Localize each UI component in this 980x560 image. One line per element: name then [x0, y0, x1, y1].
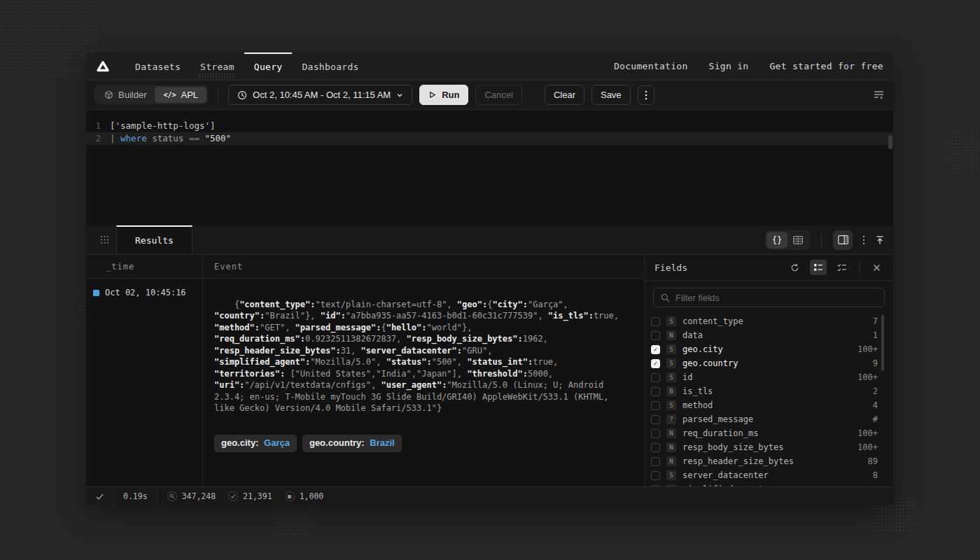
field-value-chip[interactable]: geo.country: Brazil: [302, 435, 402, 452]
table-icon: [793, 236, 803, 244]
field-checkbox[interactable]: ✓: [651, 429, 660, 438]
grouped-list-icon: [813, 263, 823, 272]
kebab-icon: [862, 235, 865, 245]
clear-button[interactable]: Clear: [545, 85, 584, 105]
status-counter: 347,248: [167, 491, 216, 501]
save-button[interactable]: Save: [592, 85, 631, 105]
field-row[interactable]: ✓ N resp_body_size_bytes 100+: [645, 440, 893, 454]
filter-fields-input[interactable]: [676, 293, 877, 303]
nav-tab-query[interactable]: Query: [244, 52, 293, 80]
field-type-badge: N: [666, 456, 676, 466]
nav-tabs: DatasetsStreamQueryDashboards: [125, 52, 369, 80]
table-view-button[interactable]: [788, 232, 808, 248]
close-fields-button[interactable]: [868, 260, 885, 275]
run-button[interactable]: Run: [419, 85, 468, 105]
field-checkbox[interactable]: ✓: [651, 443, 660, 452]
field-count: 100+: [858, 372, 878, 382]
field-row[interactable]: ✓ ? parsed_message #: [645, 412, 893, 426]
field-row[interactable]: ✓ S method 4: [645, 398, 893, 412]
cancel-button[interactable]: Cancel: [475, 85, 522, 105]
field-row[interactable]: ✓ S content_type 7: [645, 314, 893, 328]
field-row[interactable]: ✓ S server_datacenter 8: [645, 468, 893, 482]
time-range-label: Oct 2, 10:45 AM - Oct 2, 11:15 AM: [253, 90, 391, 100]
checklist-view-button[interactable]: [834, 260, 850, 275]
chevron-down-icon: [396, 92, 403, 99]
halftone-pattern: [944, 132, 980, 172]
search-icon: [661, 293, 670, 302]
axiom-logo-icon[interactable]: [96, 52, 110, 80]
nav-link[interactable]: Get started for free: [769, 61, 883, 71]
fields-list: ✓ S content_type 7 ✓ N data 1 ✓ S geo.ci…: [645, 314, 893, 486]
results-tab[interactable]: Results: [116, 225, 192, 254]
field-checkbox[interactable]: ✓: [651, 331, 660, 340]
field-type-badge: N: [666, 330, 676, 340]
nav-tab-dashboards[interactable]: Dashboards: [292, 52, 368, 80]
field-row[interactable]: ✓ B is_tls 2: [645, 384, 893, 398]
field-type-badge: S: [666, 358, 676, 368]
fields-scrollbar[interactable]: [881, 315, 884, 371]
event-json: {"content_type":"text/plain-charset=utf-…: [214, 300, 624, 414]
field-row[interactable]: ✓ S geo.city 100+: [645, 342, 893, 356]
halftone-pattern: [0, 0, 98, 77]
field-type-badge: S: [666, 316, 676, 326]
field-checkbox[interactable]: ✓: [651, 485, 660, 486]
field-type-badge: B: [666, 386, 676, 396]
kebab-icon: [645, 90, 648, 100]
field-checkbox[interactable]: ✓: [651, 359, 660, 368]
field-name: server_datacenter: [682, 470, 769, 480]
field-checkbox[interactable]: ✓: [651, 415, 660, 424]
results-table: _time Event Oct 02, 10:45:16 {"content_t…: [86, 255, 644, 486]
log-row-event[interactable]: {"content_type":"text/plain-charset=utf-…: [202, 279, 644, 485]
nav-tab-datasets[interactable]: Datasets: [125, 52, 190, 80]
log-row-time[interactable]: Oct 02, 10:45:16: [86, 279, 202, 485]
save-label: Save: [601, 90, 622, 100]
field-checkbox[interactable]: ✓: [651, 457, 660, 466]
field-checkbox[interactable]: ✓: [651, 471, 660, 480]
field-row[interactable]: ✓ S id 100+: [645, 370, 893, 384]
refresh-icon: [790, 263, 799, 272]
column-header-time[interactable]: _time: [86, 255, 202, 279]
field-name: data: [682, 330, 703, 340]
field-checkbox[interactable]: ✓: [651, 373, 660, 382]
nav-link[interactable]: Documentation: [614, 61, 688, 71]
json-view-button[interactable]: {}: [766, 232, 788, 248]
field-name: id: [682, 372, 692, 382]
builder-mode-button[interactable]: Builder: [96, 87, 155, 103]
field-checkbox[interactable]: ✓: [651, 387, 660, 396]
collapse-panel-button[interactable]: [875, 235, 885, 245]
apl-label: APL: [181, 90, 199, 100]
field-checkbox[interactable]: ✓: [651, 345, 660, 354]
reset-fields-button[interactable]: [786, 260, 803, 275]
editor-scrollbar[interactable]: [888, 135, 892, 149]
field-value-chip[interactable]: geo.city: Garça: [214, 435, 297, 452]
editor-line[interactable]: 1 ['sample-http-logs']: [86, 120, 893, 132]
drag-handle-icon[interactable]: [93, 225, 116, 254]
column-header-event[interactable]: Event: [202, 255, 644, 279]
elapsed-time: 0.19s: [114, 487, 158, 505]
query-editor[interactable]: 1 ['sample-http-logs'] 2 | where status …: [86, 110, 893, 225]
group-view-button[interactable]: [810, 260, 827, 275]
field-row[interactable]: ✓ S simplified_agent: [645, 482, 893, 486]
field-row[interactable]: ✓ S geo.country 9: [645, 356, 893, 370]
status-counter: 21,391: [228, 491, 272, 501]
braces-icon: {}: [772, 235, 782, 245]
field-row[interactable]: ✓ N req_duration_ms 100+: [645, 426, 893, 440]
nav-link[interactable]: Sign in: [709, 61, 749, 71]
field-row[interactable]: ✓ N resp_header_size_bytes 89: [645, 454, 893, 468]
fields-panel-toggle-button[interactable]: [833, 230, 853, 250]
field-count: 7: [873, 316, 878, 326]
line-number: 2: [86, 132, 110, 145]
more-options-button[interactable]: [638, 85, 654, 105]
apl-mode-button[interactable]: </> APL: [155, 87, 206, 103]
editor-line[interactable]: 2 | where status == "500": [86, 132, 893, 145]
field-checkbox[interactable]: ✓: [651, 317, 660, 326]
field-count: #: [873, 414, 878, 424]
check-icon: [95, 492, 104, 501]
field-checkbox[interactable]: ✓: [651, 401, 660, 410]
results-more-button[interactable]: [862, 235, 865, 245]
time-range-button[interactable]: Oct 2, 10:45 AM - Oct 2, 11:15 AM: [228, 85, 412, 105]
field-row[interactable]: ✓ N data 1: [645, 328, 893, 342]
wrap-lines-icon[interactable]: [874, 90, 885, 99]
field-name: resp_header_size_bytes: [682, 456, 794, 466]
clear-label: Clear: [554, 90, 575, 100]
